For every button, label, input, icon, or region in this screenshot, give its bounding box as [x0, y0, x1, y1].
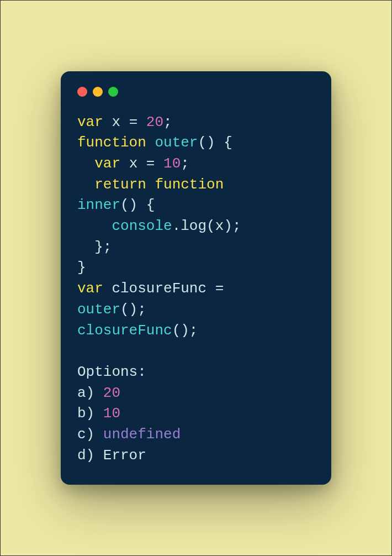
code-text: =: [146, 155, 163, 172]
code-text: =: [215, 280, 224, 297]
code-text: [146, 176, 155, 193]
code-text: .: [172, 218, 181, 234]
code-text: );: [224, 218, 241, 234]
option-a-value: 20: [103, 385, 120, 401]
close-icon[interactable]: [77, 87, 87, 97]
code-text: ();: [172, 322, 198, 339]
code-text: closureFunc: [103, 280, 215, 297]
window-controls: [77, 87, 315, 97]
function-call: closureFunc: [77, 322, 172, 339]
code-block: var x = 20; function outer() { var x = 1…: [77, 112, 315, 466]
code-text: =: [129, 114, 146, 130]
function-name: outer: [155, 134, 198, 151]
keyword-var: var: [94, 155, 120, 172]
keyword-var: var: [77, 114, 103, 130]
code-text: (: [206, 218, 215, 234]
code-indent: [77, 176, 94, 193]
code-text: [146, 134, 155, 151]
maximize-icon[interactable]: [108, 87, 118, 97]
keyword-function: function: [77, 134, 146, 151]
code-indent: [77, 155, 94, 172]
code-indent: [77, 218, 112, 234]
code-text: ();: [120, 301, 146, 318]
code-text: x: [215, 218, 224, 234]
option-b-prefix: b): [77, 405, 103, 422]
function-call: outer: [77, 301, 120, 318]
code-text: };: [94, 239, 112, 255]
code-text: ;: [181, 155, 189, 172]
object-name: console: [112, 218, 172, 234]
code-text: () {: [120, 197, 155, 213]
keyword-var: var: [77, 280, 103, 297]
keyword-function: function: [155, 176, 224, 193]
option-b-value: 10: [103, 405, 120, 422]
option-c-value: undefined: [103, 426, 181, 443]
function-name: inner: [77, 197, 120, 213]
code-text: x: [103, 114, 129, 130]
code-text: x: [120, 155, 146, 172]
keyword-return: return: [94, 176, 146, 193]
options-label: Options:: [77, 364, 146, 380]
number-literal: 10: [163, 155, 181, 172]
option-d-value: Error: [103, 447, 146, 464]
number-literal: 20: [146, 114, 163, 130]
terminal-window: var x = 20; function outer() { var x = 1…: [61, 71, 331, 485]
option-d-prefix: d): [77, 447, 103, 464]
code-text: ;: [163, 114, 172, 130]
code-text: () {: [198, 134, 232, 151]
option-c-prefix: c): [77, 426, 103, 443]
method-name: log: [181, 218, 206, 234]
minimize-icon[interactable]: [93, 87, 103, 97]
code-indent: [77, 239, 94, 255]
option-a-prefix: a): [77, 385, 103, 401]
code-text: }: [77, 259, 86, 276]
